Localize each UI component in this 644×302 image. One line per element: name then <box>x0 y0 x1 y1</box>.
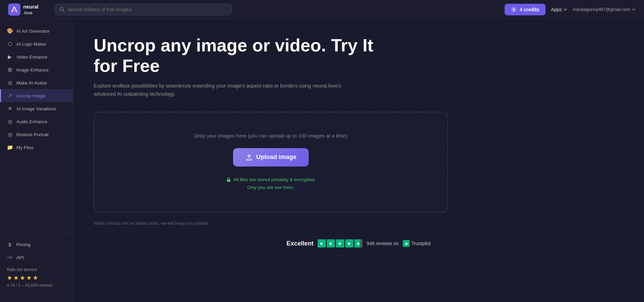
user-email[interactable]: maralagunoy467@gmail.com <box>573 7 636 12</box>
api-icon: </> <box>7 254 13 260</box>
tp-star-4: ★ <box>345 239 353 248</box>
tp-star-2: ★ <box>327 239 335 248</box>
tp-star-5: ★ <box>354 239 363 248</box>
sidebar: 🎨 AI Art Generator ⬡ AI Logo Maker ▶ Vid… <box>0 19 73 302</box>
upload-button[interactable]: Upload image <box>233 148 309 166</box>
credits-button[interactable]: $ 4 credits <box>505 4 546 15</box>
logo[interactable]: neural.love <box>8 3 49 16</box>
tp-star-3: ★ <box>336 239 344 248</box>
make-ai-avatar-icon: ◎ <box>7 80 13 86</box>
tp-star-1: ★ <box>318 239 326 248</box>
search-input[interactable] <box>67 7 227 12</box>
page-description: Explore endless possibilities by seamles… <box>94 82 359 98</box>
star-5[interactable]: ★ <box>33 274 38 282</box>
audio-enhance-icon: ◎ <box>7 118 13 125</box>
rate-service: Rate our service: ★ ★ ★ ★ ★ 4.74 / 5 – 4… <box>0 264 73 291</box>
sidebar-item-ai-logo-maker[interactable]: ⬡ AI Logo Maker <box>0 37 73 50</box>
trustpilot-icon: ★ <box>403 240 410 247</box>
main-content: Uncrop any image or video. Try It for Fr… <box>73 19 644 302</box>
trustpilot-review-count: 948 reviews on <box>367 241 399 246</box>
sidebar-item-api[interactable]: </> API <box>0 251 73 264</box>
svg-text:$: $ <box>513 8 515 12</box>
search-icon <box>60 7 65 12</box>
sidebar-item-video-enhance[interactable]: ▶ Video Enhance <box>0 50 73 63</box>
apps-button[interactable]: Apps <box>551 7 567 12</box>
trustpilot-section: Excellent ★ ★ ★ ★ ★ 948 reviews on ★ Tru… <box>94 239 624 248</box>
image-enhance-icon: ⊞ <box>7 67 13 73</box>
sidebar-item-audio-enhance[interactable]: ◎ Audio Enhance <box>0 115 73 128</box>
video-enhance-icon: ▶ <box>7 54 13 60</box>
rating-text: 4.74 / 5 – 43,244 reviews <box>7 283 66 288</box>
excellent-label: Excellent <box>287 240 313 247</box>
sidebar-bottom: $ Pricing </> API Rate our service: ★ ★ … <box>0 232 73 297</box>
lock-icon <box>226 177 231 182</box>
star-3[interactable]: ★ <box>20 274 25 282</box>
sidebar-item-make-ai-avatar[interactable]: ◎ Make AI Avatar <box>0 76 73 89</box>
privacy-text: All files are stored privately & encrypt… <box>108 176 434 192</box>
trustpilot-stars: ★ ★ ★ ★ ★ <box>318 239 363 248</box>
sidebar-item-my-files[interactable]: 📁 My Files <box>0 141 73 154</box>
sidebar-item-pricing[interactable]: $ Pricing <box>0 238 73 251</box>
logo-icon <box>8 3 20 16</box>
chevron-down-icon <box>563 7 567 12</box>
credits-icon: $ <box>511 6 517 13</box>
page-title: Uncrop any image or video. Try It for Fr… <box>94 35 400 76</box>
rating-stars[interactable]: ★ ★ ★ ★ ★ <box>7 274 66 282</box>
ai-logo-maker-icon: ⬡ <box>7 41 13 47</box>
chevron-down-icon-user <box>632 7 636 12</box>
svg-point-1 <box>13 10 15 12</box>
svg-rect-5 <box>227 179 230 182</box>
sidebar-item-uncrop-image[interactable]: ↗ Uncrop Image <box>0 89 73 102</box>
search-bar <box>55 4 232 15</box>
my-files-icon: 📁 <box>7 144 13 150</box>
sidebar-item-ai-art-generator[interactable]: 🎨 AI Art Generator <box>0 25 73 37</box>
sidebar-item-image-enhance[interactable]: ⊞ Image Enhance <box>0 63 73 76</box>
star-4[interactable]: ★ <box>26 274 32 282</box>
upload-area[interactable]: Drop your images here (you can upload up… <box>94 112 448 213</box>
drop-text: Drop your images here (you can upload up… <box>108 133 434 139</box>
restore-portrait-icon: ◎ <box>7 131 13 138</box>
svg-text:★: ★ <box>404 241 408 246</box>
ai-art-generator-icon: 🎨 <box>7 28 13 34</box>
dollar-icon: $ <box>7 241 13 248</box>
sidebar-item-restore-portrait[interactable]: ◎ Restore Portrait <box>0 128 73 141</box>
ai-image-variations-icon: ✕ <box>7 106 13 112</box>
layout: 🎨 AI Art Generator ⬡ AI Logo Maker ▶ Vid… <box>0 19 644 302</box>
header: neural.love $ 4 credits Apps maralagunoy… <box>0 0 644 19</box>
header-right: $ 4 credits Apps maralagunoy467@gmail.co… <box>505 4 636 15</box>
sidebar-item-ai-image-variations[interactable]: ✕ AI Image Variations <box>0 102 73 115</box>
star-1[interactable]: ★ <box>7 274 12 282</box>
upload-icon <box>245 154 253 161</box>
logo-text: neural.love <box>23 4 39 15</box>
trustpilot-logo[interactable]: ★ Trustpilot <box>403 240 431 247</box>
star-2[interactable]: ★ <box>13 274 19 282</box>
uncrop-image-icon: ↗ <box>7 93 13 99</box>
video-note: Video Uncrop will be added soon; we will… <box>94 221 624 226</box>
svg-rect-0 <box>8 3 20 16</box>
